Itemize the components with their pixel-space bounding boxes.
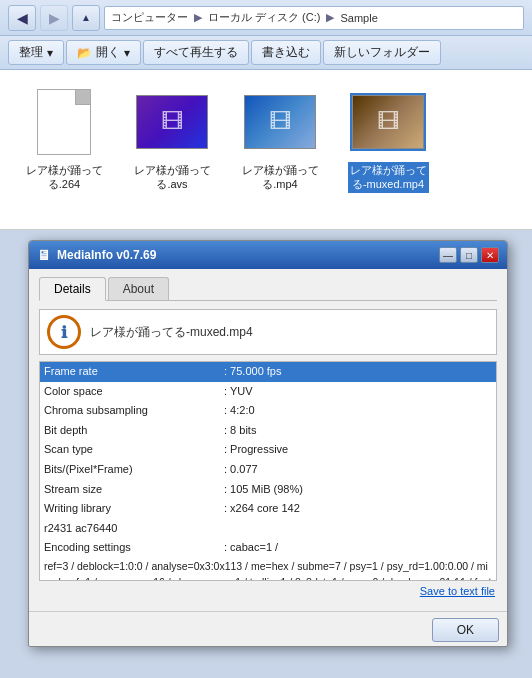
address-sep2: ▶	[326, 11, 334, 24]
document-icon	[37, 89, 91, 155]
tab-about[interactable]: About	[108, 277, 169, 300]
table-row: Color space : YUV	[40, 382, 496, 402]
address-bar: コンピューター ▶ ローカル ディスク (C:) ▶ Sample	[104, 6, 524, 30]
table-row: Bit depth : 8 bits	[40, 421, 496, 441]
tab-details-label: Details	[54, 282, 91, 296]
mi-icon-bg: ℹ	[47, 315, 81, 349]
table-row: Scan type : Progressive	[40, 440, 496, 460]
file-name-muxed: レア様が踊ってる-muxed.mp4	[348, 162, 429, 193]
list-item[interactable]: 🎞 レア様が踊ってる.mp4	[236, 86, 324, 213]
film-icon: 🎞	[377, 109, 399, 135]
organize-button[interactable]: 整理 ▾	[8, 40, 64, 65]
encoding-value-detail: ref=3 / deblock=1:0:0 / analyse=0x3:0x11…	[40, 558, 496, 581]
file-area: レア様が踊ってる.264 🎞 レア様が踊ってる.avs 🎞 レア様が踊ってる.m…	[0, 70, 532, 230]
address-bar-container: ◀ ▶ ▲ コンピューター ▶ ローカル ディスク (C:) ▶ Sample	[0, 0, 532, 36]
list-item[interactable]: 🎞 レア様が踊ってる.avs	[128, 86, 216, 213]
row-value: : 75.000 fps	[224, 363, 492, 381]
dialog-footer: OK	[29, 611, 507, 646]
row-value: : 8 bits	[224, 422, 492, 440]
file-icon-avs: 🎞	[136, 86, 208, 158]
table-row: Stream size : 105 MiB (98%)	[40, 480, 496, 500]
open-label: 開く	[96, 44, 120, 61]
dialog-title-area: 🖥 MediaInfo v0.7.69	[37, 247, 156, 263]
row-key: Scan type	[44, 441, 224, 459]
burn-button[interactable]: 書き込む	[251, 40, 321, 65]
table-row: Bits/(Pixel*Frame) : 0.077	[40, 460, 496, 480]
address-drive: ローカル ディスク (C:)	[208, 10, 320, 25]
tab-details[interactable]: Details	[39, 277, 106, 301]
burn-label: 書き込む	[262, 44, 310, 61]
row-key: Bits/(Pixel*Frame)	[44, 461, 224, 479]
mediainfo-icon: ℹ	[46, 314, 82, 350]
toolbar: 整理 ▾ 📂 開く ▾ すべて再生する 書き込む 新しいフォルダー	[0, 36, 532, 70]
new-folder-label: 新しいフォルダー	[334, 44, 430, 61]
row-key: Stream size	[44, 481, 224, 499]
address-root: コンピューター	[111, 10, 188, 25]
row-key: Color space	[44, 383, 224, 401]
table-row: Writing library : x264 core 142	[40, 499, 496, 519]
table-row: Chroma subsampling : 4:2:0	[40, 401, 496, 421]
minimize-button[interactable]: —	[439, 247, 457, 263]
file-header: ℹ レア様が踊ってる-muxed.mp4	[39, 309, 497, 355]
tab-about-label: About	[123, 282, 154, 296]
film-icon: 🎞	[269, 109, 291, 135]
play-all-button[interactable]: すべて再生する	[143, 40, 249, 65]
organize-label: 整理	[19, 44, 43, 61]
forward-button[interactable]: ▶	[40, 5, 68, 31]
up-button[interactable]: ▲	[72, 5, 100, 31]
open-chevron: ▾	[124, 46, 130, 60]
muxed-thumbnail: 🎞	[352, 95, 424, 149]
encoding-value-start: : cabac=1 /	[224, 539, 492, 557]
row-key: Frame rate	[44, 363, 224, 381]
film-icon: 🎞	[161, 109, 183, 135]
mediainfo-dialog: 🖥 MediaInfo v0.7.69 — □ ✕ Details About …	[28, 240, 508, 647]
new-folder-button[interactable]: 新しいフォルダー	[323, 40, 441, 65]
file-icon-muxed: 🎞	[352, 86, 424, 158]
row-value: : 4:2:0	[224, 402, 492, 420]
row-key: Bit depth	[44, 422, 224, 440]
address-sep1: ▶	[194, 11, 202, 24]
table-row: r2431 ac76440	[40, 519, 496, 539]
row-value: : 105 MiB (98%)	[224, 481, 492, 499]
ok-button[interactable]: OK	[432, 618, 499, 642]
row-key: r2431 ac76440	[44, 520, 224, 538]
dialog-filename: レア様が踊ってる-muxed.mp4	[90, 324, 253, 341]
file-name-264: レア様が踊ってる.264	[24, 162, 105, 193]
file-name-mp4: レア様が踊ってる.mp4	[240, 162, 321, 193]
open-icon: 📂	[77, 46, 92, 60]
tab-row: Details About	[39, 277, 497, 301]
file-icon-mp4: 🎞	[244, 86, 316, 158]
close-button[interactable]: ✕	[481, 247, 499, 263]
dialog-icon: 🖥	[37, 247, 51, 263]
open-button[interactable]: 📂 開く ▾	[66, 40, 141, 65]
mi-icon-inner: ℹ	[61, 323, 67, 342]
list-item[interactable]: レア様が踊ってる.264	[20, 86, 108, 213]
dialog-title: MediaInfo v0.7.69	[57, 248, 156, 262]
row-value: : YUV	[224, 383, 492, 401]
organize-chevron: ▾	[47, 46, 53, 60]
address-folder: Sample	[340, 12, 377, 24]
save-to-text-link[interactable]: Save to text file	[39, 581, 497, 601]
table-row: Frame rate : 75.000 fps	[40, 362, 496, 382]
row-value: : Progressive	[224, 441, 492, 459]
play-all-label: すべて再生する	[154, 44, 238, 61]
dialog-titlebar: 🖥 MediaInfo v0.7.69 — □ ✕	[29, 241, 507, 269]
list-item[interactable]: 🎞 レア様が踊ってる-muxed.mp4	[344, 86, 432, 213]
back-button[interactable]: ◀	[8, 5, 36, 31]
row-value: : 0.077	[224, 461, 492, 479]
file-icon-264	[28, 86, 100, 158]
row-value: : x264 core 142	[224, 500, 492, 518]
file-name-avs: レア様が踊ってる.avs	[132, 162, 213, 193]
row-key: Chroma subsampling	[44, 402, 224, 420]
encoding-key: Encoding settings	[44, 539, 224, 557]
dialog-window-controls: — □ ✕	[439, 247, 499, 263]
table-row: Encoding settings : cabac=1 /	[40, 538, 496, 558]
maximize-button[interactable]: □	[460, 247, 478, 263]
dialog-body: Details About ℹ レア様が踊ってる-muxed.mp4 Frame…	[29, 269, 507, 611]
avs-thumbnail: 🎞	[136, 95, 208, 149]
row-value	[224, 520, 492, 538]
mp4-thumbnail: 🎞	[244, 95, 316, 149]
info-table[interactable]: Frame rate : 75.000 fps Color space : YU…	[39, 361, 497, 581]
row-key: Writing library	[44, 500, 224, 518]
